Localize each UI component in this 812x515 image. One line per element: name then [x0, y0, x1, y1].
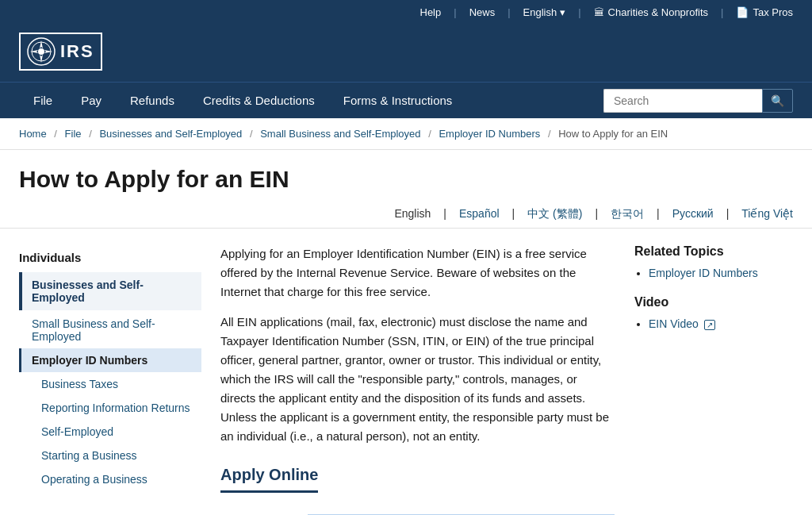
lang-vietnamese[interactable]: Tiếng Việt [741, 207, 793, 221]
video-list: EIN Video ↗ [634, 317, 793, 330]
apply-online-paragraph: The Internet EIN application is the pref… [220, 512, 615, 515]
charities-icon: 🏛 [594, 6, 604, 18]
nav-credits-deductions[interactable]: Credits & Deductions [189, 83, 329, 118]
breadcrumb-sep-3: / [250, 128, 253, 140]
taxpros-label[interactable]: Tax Pros [753, 6, 793, 18]
sidebar-businesses-header: Businesses and Self-Employed [19, 272, 201, 310]
separator-1: | [454, 6, 456, 18]
sidebar-link-small-business[interactable]: Small Business and Self-Employed [19, 312, 201, 348]
external-link-icon: ↗ [704, 320, 715, 330]
breadcrumb-sep-1: / [54, 128, 57, 140]
left-sidebar: Individuals Businesses and Self-Employed… [19, 244, 201, 515]
search-input[interactable] [603, 89, 762, 113]
sidebar-item-business-taxes[interactable]: Business Taxes [19, 372, 201, 396]
breadcrumb-home[interactable]: Home [19, 128, 47, 140]
sidebar-link-self-employed[interactable]: Self-Employed [19, 420, 201, 444]
top-utility-bar: Help | News | English ▾ | 🏛 Charities & … [0, 0, 812, 25]
breadcrumb-small-business[interactable]: Small Business and Self-Employed [260, 128, 420, 140]
apply-online-heading: Apply Online [220, 462, 615, 504]
sidebar-item-small-business[interactable]: Small Business and Self-Employed [19, 312, 201, 348]
related-link-employer-id[interactable]: Employer ID Numbers [649, 267, 758, 279]
video-item-ein: EIN Video ↗ [649, 317, 793, 330]
irs-emblem-icon [27, 37, 56, 66]
language-switcher: English | Español | 中文 (繁體) | 한국어 | Русс… [0, 201, 812, 229]
sidebar-link-operating-business[interactable]: Operating a Business [19, 467, 201, 491]
main-article: Applying for an Employer Identification … [220, 244, 615, 515]
logo-bar: IRS [0, 25, 812, 82]
logo-box: IRS [19, 33, 102, 71]
breadcrumb-file[interactable]: File [65, 128, 82, 140]
apply-online-heading-text: Apply Online [220, 462, 318, 493]
intro-paragraph-1: Applying for an Employer Identification … [220, 244, 615, 302]
sidebar-individuals-header: Individuals [19, 244, 201, 272]
sidebar-item-self-employed[interactable]: Self-Employed [19, 420, 201, 444]
nav-file[interactable]: File [19, 83, 67, 118]
nav-pay[interactable]: Pay [67, 83, 116, 118]
charities-link[interactable]: 🏛 Charities & Nonprofits [594, 6, 708, 18]
related-topics-heading: Related Topics [634, 244, 793, 259]
lang-espanol[interactable]: Español [459, 207, 500, 221]
lang-chinese[interactable]: 中文 (繁體) [527, 207, 582, 221]
breadcrumb-employer-id[interactable]: Employer ID Numbers [439, 128, 540, 140]
breadcrumb-businesses[interactable]: Businesses and Self-Employed [99, 128, 242, 140]
lang-sep-3: | [657, 207, 660, 221]
sidebar-item-reporting[interactable]: Reporting Information Returns [19, 396, 201, 420]
video-link-ein[interactable]: EIN Video ↗ [649, 317, 715, 330]
search-button[interactable]: 🔍 [762, 89, 793, 113]
sidebar-link-starting-business[interactable]: Starting a Business [19, 444, 201, 467]
lang-sep-0: | [443, 207, 446, 221]
taxpros-icon: 📄 [736, 6, 749, 18]
irs-wordmark: IRS [60, 41, 94, 62]
nav-refunds[interactable]: Refunds [116, 83, 189, 118]
sidebar-item-operating-business[interactable]: Operating a Business [19, 467, 201, 491]
sidebar-link-business-taxes[interactable]: Business Taxes [19, 372, 201, 396]
help-link[interactable]: Help [420, 6, 442, 18]
page-title-section: How to Apply for an EIN [0, 150, 812, 201]
sidebar-nav-list: Small Business and Self-Employed Employe… [19, 312, 201, 491]
main-navigation: File Pay Refunds Credits & Deductions Fo… [0, 82, 812, 118]
sidebar-link-employer-id[interactable]: Employer ID Numbers [19, 348, 201, 372]
charities-label[interactable]: Charities & Nonprofits [608, 6, 708, 18]
breadcrumb-sep-4: / [428, 128, 431, 140]
separator-4: | [721, 6, 723, 18]
chevron-down-icon: ▾ [560, 6, 565, 18]
english-label: English [523, 6, 557, 18]
lang-current: English [394, 207, 431, 221]
separator-2: | [508, 6, 510, 18]
content-wrapper: Individuals Businesses and Self-Employed… [0, 229, 812, 515]
related-topics-list: Employer ID Numbers [634, 267, 793, 279]
lang-sep-4: | [726, 207, 730, 221]
language-button[interactable]: English ▾ [523, 6, 566, 18]
breadcrumb-sep-2: / [89, 128, 92, 140]
lang-sep-1: | [512, 207, 515, 221]
right-sidebar: Related Topics Employer ID Numbers Video… [634, 244, 793, 515]
breadcrumb-sep-5: / [548, 128, 551, 140]
video-heading: Video [634, 295, 793, 309]
news-link[interactable]: News [469, 6, 496, 18]
lang-russian[interactable]: Русский [672, 207, 714, 221]
nav-forms-instructions[interactable]: Forms & Instructions [329, 83, 467, 118]
breadcrumb: Home / File / Businesses and Self-Employ… [0, 118, 812, 150]
separator-3: | [578, 6, 580, 18]
sidebar-item-starting-business[interactable]: Starting a Business [19, 444, 201, 467]
intro-paragraph-2: All EIN applications (mail, fax, electro… [220, 313, 615, 446]
irs-logo[interactable]: IRS [19, 33, 102, 71]
search-bar: 🔍 [603, 89, 793, 113]
sidebar-item-employer-id[interactable]: Employer ID Numbers [19, 348, 201, 372]
sidebar-link-reporting[interactable]: Reporting Information Returns [19, 396, 201, 420]
lang-korean[interactable]: 한국어 [611, 207, 644, 221]
taxpros-link[interactable]: 📄 Tax Pros [736, 6, 793, 18]
related-item-employer-id: Employer ID Numbers [649, 267, 793, 279]
page-title: How to Apply for an EIN [19, 166, 793, 193]
breadcrumb-current: How to Apply for an EIN [558, 128, 668, 140]
video-link-label: EIN Video [649, 317, 699, 330]
lang-sep-2: | [595, 207, 598, 221]
svg-point-2 [38, 48, 44, 55]
